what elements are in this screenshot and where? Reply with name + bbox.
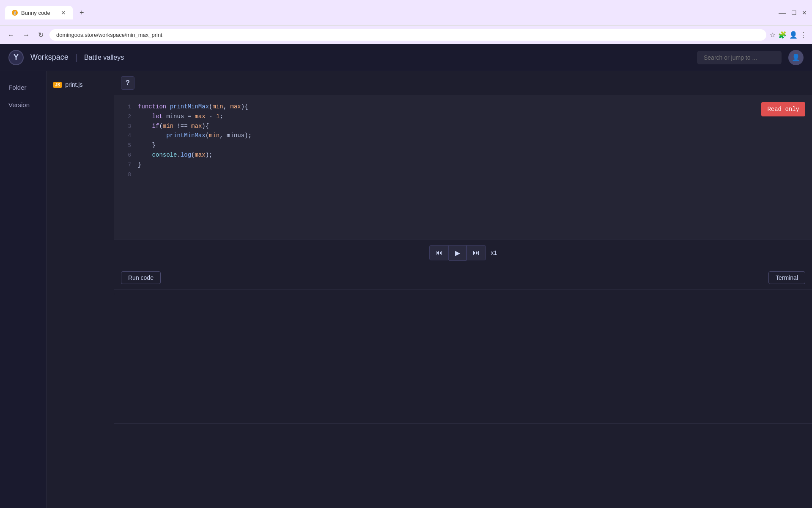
window-restore-icon[interactable]: ☐: [791, 9, 797, 16]
code-editor[interactable]: Read only 1 function printMinMax(min, ma…: [114, 95, 812, 240]
code-line-2: 2 let minus = max - 1;: [114, 112, 812, 121]
file-panel: JS print.js: [47, 71, 114, 508]
nav-battle-valleys-link[interactable]: Battle valleys: [84, 54, 124, 61]
user-icon: 👤: [792, 53, 800, 61]
terminal-button[interactable]: Terminal: [768, 271, 805, 284]
code-line-6: 6 console.log(max);: [114, 150, 812, 160]
bookmark-icon[interactable]: ☆: [770, 31, 776, 39]
read-only-badge: Read only: [761, 102, 805, 116]
user-avatar[interactable]: 👤: [788, 50, 804, 65]
search-input[interactable]: [697, 51, 782, 64]
extensions-icon[interactable]: 🧩: [778, 31, 787, 39]
editor-area: ? Read only 1 function printMinMax(min, …: [114, 71, 812, 508]
address-bar-input[interactable]: [49, 29, 766, 41]
rewind-button[interactable]: ⏮: [429, 245, 449, 260]
top-nav: Y Workspace | Battle valleys 👤: [0, 44, 812, 71]
run-code-button[interactable]: Run code: [121, 271, 161, 284]
code-line-7: 7 }: [114, 160, 812, 170]
nav-divider: |: [75, 52, 77, 62]
code-line-1: 1 function printMinMax(min, max){: [114, 102, 812, 112]
file-name: print.js: [65, 81, 82, 88]
code-line-5: 5 }: [114, 141, 812, 150]
bottom-area: [114, 423, 812, 508]
address-bar-row: ← → ↻ ☆ 🧩 👤 ⋮: [0, 25, 812, 44]
profile-icon[interactable]: 👤: [789, 31, 798, 39]
new-tab-button[interactable]: +: [76, 7, 88, 19]
sidebar: Folder Version: [0, 71, 47, 508]
menu-icon[interactable]: ⋮: [800, 31, 807, 39]
file-item-print-js[interactable]: JS print.js: [47, 78, 114, 91]
forward-button[interactable]: →: [20, 30, 32, 41]
help-button[interactable]: ?: [121, 76, 134, 90]
code-line-4: 4 printMinMax(min, minus);: [114, 131, 812, 141]
output-toolbar: Run code Terminal: [114, 266, 812, 290]
back-button[interactable]: ←: [5, 30, 17, 41]
nav-workspace-link[interactable]: Workspace: [30, 53, 69, 62]
window-close-icon[interactable]: ✕: [802, 9, 807, 16]
output-content: [114, 293, 812, 424]
controls-bar: ⏮ ▶ ⏭ x1: [114, 240, 812, 266]
sidebar-item-version[interactable]: Version: [0, 97, 46, 113]
editor-toolbar: ?: [114, 71, 812, 95]
logo: Y: [8, 50, 24, 65]
tab-title: Bunny code: [21, 10, 50, 16]
code-line-3: 3 if(min !== max){: [114, 121, 812, 131]
address-bar-icons: ☆ 🧩 👤 ⋮: [770, 31, 807, 39]
main-content: Folder Version JS print.js ? Read only 1: [0, 71, 812, 508]
tab-favicon: 🐰: [12, 10, 18, 16]
js-file-icon: JS: [53, 82, 62, 88]
sidebar-item-folder[interactable]: Folder: [0, 80, 46, 95]
fast-forward-button[interactable]: ⏭: [466, 245, 486, 260]
play-button[interactable]: ▶: [449, 245, 466, 261]
tab-close-btn[interactable]: ✕: [61, 9, 66, 16]
reload-button[interactable]: ↻: [36, 29, 46, 41]
code-line-8: 8: [114, 170, 812, 179]
speed-label: x1: [491, 249, 497, 256]
app: Y Workspace | Battle valleys 👤 Folder Ve…: [0, 44, 812, 508]
browser-tab[interactable]: 🐰 Bunny code ✕: [5, 6, 73, 19]
window-minimize-icon[interactable]: —: [779, 8, 786, 17]
browser-chrome: 🐰 Bunny code ✕ + — ☐ ✕: [0, 0, 812, 25]
